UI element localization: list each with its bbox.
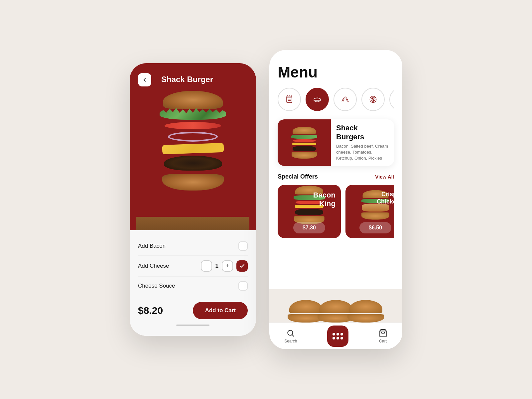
featured-name: ShackBurgers <box>336 124 389 141</box>
cheese-layer <box>162 142 224 153</box>
quantity-value: 1 <box>215 263 218 269</box>
svg-point-11 <box>373 100 374 101</box>
featured-burger-visual <box>291 127 317 159</box>
svg-point-13 <box>288 330 293 335</box>
svg-point-10 <box>372 98 373 99</box>
tomato-layer <box>165 120 221 129</box>
wood-table <box>136 217 249 230</box>
option-row-cheese: Add Cheese − 1 + <box>138 256 248 277</box>
nav-search-label: Search <box>284 339 297 343</box>
lettuce <box>160 108 226 120</box>
option-cheese-label: Add Cheese <box>138 263 169 269</box>
bottom-nav: Search Cart <box>269 323 402 349</box>
offers-row: Bacon King $7.30 CrispyChicken $6. <box>278 185 394 284</box>
cart-bar: $8.20 Add to Cart <box>138 295 248 321</box>
quantity-increase-button[interactable]: + <box>222 260 233 272</box>
checkbox-bacon[interactable] <box>238 241 248 251</box>
special-offers-header: Special Offers View All <box>278 173 394 180</box>
nav-cart[interactable]: Cart <box>379 329 387 343</box>
featured-description: Bacon, Salted beef, Cream cheese, Tomato… <box>336 143 389 162</box>
mb-patty <box>293 146 316 151</box>
category-pizza[interactable] <box>361 88 385 111</box>
quantity-controls: − 1 + <box>201 260 248 272</box>
mb-lettuce <box>291 135 317 139</box>
svg-rect-0 <box>287 96 292 102</box>
bun-bottom-layer <box>162 171 224 191</box>
onion-layer <box>168 130 218 142</box>
option-sauce-label: Cheese Souce <box>138 283 175 289</box>
left-phone-bottom: Add Bacon Add Cheese − 1 + <box>130 230 256 336</box>
total-price: $8.20 <box>138 305 163 316</box>
left-phone-header: Shack Burger <box>130 63 256 230</box>
checkbox-sauce[interactable] <box>238 281 248 291</box>
svg-line-14 <box>292 335 294 336</box>
nav-search[interactable]: Search <box>284 329 297 343</box>
quantity-decrease-button[interactable]: − <box>201 260 212 272</box>
page-title: Shack Burger <box>161 75 213 84</box>
bun-top <box>163 91 223 109</box>
bottom-scroll-area <box>269 289 402 323</box>
mb-tomato <box>293 139 316 142</box>
home-indicator <box>138 321 248 329</box>
offer-name-bacon-king: Bacon King <box>306 191 335 208</box>
mb-bun-top <box>293 127 316 134</box>
back-button[interactable] <box>138 73 151 86</box>
option-row-sauce: Cheese Souce <box>138 277 248 295</box>
tomato <box>165 122 221 129</box>
nav-cart-label: Cart <box>379 339 387 343</box>
category-burgers[interactable] <box>306 88 329 111</box>
special-offers-title: Special Offers <box>278 173 318 180</box>
patty-layer <box>164 154 222 171</box>
option-bacon-label: Add Bacon <box>138 243 166 249</box>
category-tacos[interactable] <box>333 88 357 111</box>
bun-bottom <box>162 174 224 191</box>
scroll-card <box>269 289 402 323</box>
view-all-button[interactable]: View All <box>375 174 394 180</box>
burger-exploded-view <box>160 91 226 217</box>
right-phone: Menu <box>269 50 402 349</box>
svg-rect-5 <box>314 100 320 101</box>
nav-center-button[interactable] <box>327 326 348 347</box>
add-to-cart-button[interactable]: Add to Cart <box>193 302 248 319</box>
cheese <box>162 143 224 154</box>
category-drinks[interactable] <box>278 88 301 111</box>
offer-card-bacon-king[interactable]: Bacon King $7.30 <box>278 185 341 238</box>
menu-title: Menu <box>278 63 394 81</box>
onion <box>168 132 218 142</box>
left-phone: Shack Burger <box>130 63 256 336</box>
lettuce-layer <box>160 110 226 120</box>
offer-price-bacon-king: $7.30 <box>293 222 325 233</box>
scroll-bun-3 <box>346 296 386 323</box>
mb-bun-bottom <box>292 152 317 159</box>
mb-cheese <box>292 143 316 145</box>
offer-card-2[interactable]: CrispyChicken $6.50 <box>345 185 394 238</box>
grid-icon <box>328 328 348 344</box>
featured-card[interactable]: ShackBurgers Bacon, Salted beef, Cream c… <box>278 119 394 166</box>
patty <box>164 156 222 171</box>
offer-name-2: CrispyChicken <box>377 191 394 205</box>
option-row-bacon: Add Bacon <box>138 237 248 256</box>
bun-top-layer <box>163 91 223 109</box>
featured-info: ShackBurgers Bacon, Salted beef, Cream c… <box>331 119 394 166</box>
home-bar <box>176 325 209 326</box>
right-phone-content: Menu <box>269 50 402 323</box>
category-more[interactable] <box>389 88 394 111</box>
scroll-bun-image <box>269 289 402 323</box>
category-row <box>278 88 394 111</box>
phones-container: Shack Burger <box>130 50 402 349</box>
offer-price-2: $6.50 <box>359 222 391 233</box>
featured-image <box>278 119 331 166</box>
quantity-confirm-button[interactable] <box>236 260 248 272</box>
